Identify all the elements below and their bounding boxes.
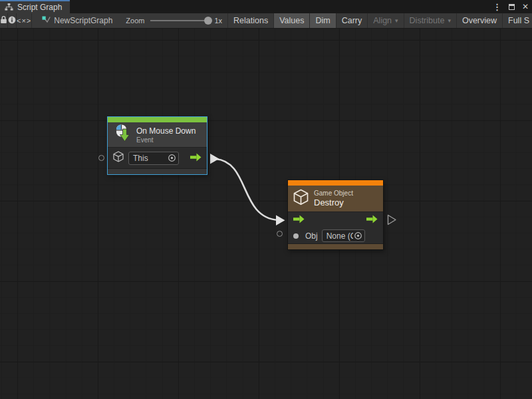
window-controls: ⋮ ✕ [493, 0, 529, 13]
node-header[interactable]: Game Object Destroy [288, 186, 383, 211]
close-icon[interactable]: ✕ [522, 3, 529, 11]
maximize-icon[interactable] [509, 4, 515, 10]
hierarchy-icon [5, 1, 13, 13]
obj-param-row: Obj None (O [288, 228, 383, 243]
zoom-slider[interactable] [150, 20, 209, 21]
connection-wire [0, 29, 532, 399]
script-graph-window: Script Graph ⋮ ✕ [0, 0, 532, 399]
node-on-mouse-down[interactable]: On Mouse Down Event This [107, 116, 207, 175]
chevron-down-icon: ▾ [395, 18, 398, 24]
node-destroy[interactable]: Game Object Destroy [287, 180, 384, 250]
object-picker-icon[interactable] [168, 154, 176, 162]
lock-icon [0, 15, 7, 26]
node-title: On Mouse Down [136, 126, 196, 136]
distribute-dropdown[interactable]: Distribute ▾ [404, 13, 457, 28]
preview-code-button[interactable]: <×> [17, 13, 32, 28]
code-brackets-icon: <×> [17, 17, 31, 25]
param-label: Obj [305, 231, 318, 241]
target-object-value: This [129, 154, 167, 163]
relations-button[interactable]: Relations [228, 13, 274, 28]
node-footer [288, 243, 383, 249]
info-icon [8, 16, 16, 26]
info-button[interactable] [8, 13, 17, 28]
node-body: This [108, 147, 207, 168]
lock-button[interactable] [0, 13, 8, 28]
chevron-down-icon: ▾ [448, 18, 451, 24]
obj-value-field[interactable]: None (O [322, 229, 365, 242]
zoom-slider-handle[interactable] [204, 17, 212, 25]
event-input-port-circle[interactable] [98, 155, 104, 161]
flow-ports-row [288, 212, 383, 228]
script-graph-icon [42, 16, 51, 26]
tab-bar: Script Graph ⋮ ✕ [0, 0, 532, 13]
node-category: Game Object [314, 190, 353, 197]
zoom-value: 1x [214, 17, 222, 25]
game-object-cube-icon [113, 151, 124, 165]
align-dropdown[interactable]: Align ▾ [368, 13, 404, 28]
tab-script-graph[interactable]: Script Graph [0, 0, 70, 13]
node-subtitle: Event [136, 136, 196, 144]
wire-start-arrowhead [210, 154, 219, 164]
flow-output-arrow-icon[interactable] [190, 152, 201, 164]
carry-button[interactable]: Carry [336, 13, 368, 28]
graph-toolbar: <×> NewScriptGraph Zoom 1x Relations [0, 13, 532, 29]
graph-canvas[interactable]: On Mouse Down Event This [0, 29, 532, 399]
overview-button[interactable]: Overview [457, 13, 503, 28]
dim-button[interactable]: Dim [310, 13, 336, 28]
obj-input-port-circle[interactable] [277, 231, 283, 237]
node-body: Obj None (O [288, 211, 383, 243]
wire-end-arrowhead [276, 215, 285, 226]
values-button[interactable]: Values [274, 13, 310, 28]
window-menu-icon[interactable]: ⋮ [493, 3, 501, 11]
node-header[interactable]: On Mouse Down Event [108, 122, 207, 147]
target-object-field[interactable]: This [128, 152, 179, 165]
flow-input-arrow-icon[interactable] [293, 214, 305, 226]
value-input-port[interactable] [293, 233, 299, 239]
node-footer [108, 168, 207, 174]
node-title: Destroy [314, 198, 353, 207]
object-picker-icon[interactable] [354, 231, 362, 240]
full-screen-button[interactable]: Full S [503, 13, 532, 28]
game-object-cube-icon [293, 189, 309, 208]
zoom-label: Zoom [126, 17, 144, 25]
zoom-control: Zoom 1x [126, 13, 227, 28]
node-accent-strip [108, 117, 207, 122]
toolbar-toggle-buttons: Relations Values Dim Carry Align ▾ Distr… [227, 13, 532, 28]
flow-output-port-triangle[interactable] [387, 214, 397, 228]
flow-output-arrow-icon[interactable] [366, 214, 378, 226]
obj-value: None (O [323, 231, 353, 241]
mouse-down-event-icon [113, 124, 131, 145]
node-accent-strip [288, 180, 383, 186]
graph-name-label: NewScriptGraph [54, 16, 112, 25]
tab-title: Script Graph [17, 3, 62, 12]
graph-name-group[interactable]: NewScriptGraph [42, 13, 112, 28]
